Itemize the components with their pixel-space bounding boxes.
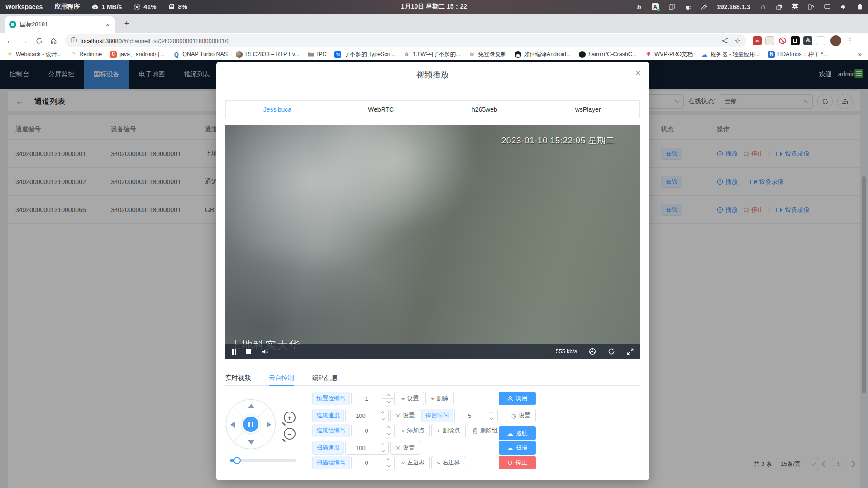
screen-rotate-icon[interactable] <box>807 3 815 10</box>
forward-button[interactable]: → <box>18 34 31 47</box>
screenshot-extension-icon[interactable] <box>791 36 800 45</box>
increase-icon[interactable] <box>382 424 394 431</box>
preset-delete-button[interactable]: ⌖删除 <box>425 392 453 405</box>
fullscreen-icon[interactable] <box>627 348 634 355</box>
ptz-stop-button[interactable]: 停止 <box>499 456 536 469</box>
bookmarks-overflow-icon[interactable]: » <box>858 51 862 58</box>
browser-tab[interactable]: 国标28181 × <box>5 16 115 33</box>
call-preset-button[interactable]: 调用 <box>499 392 536 405</box>
applications-menu[interactable]: 应用程序 <box>54 3 80 11</box>
preset-value-field[interactable] <box>352 392 382 405</box>
decrease-icon[interactable] <box>376 448 388 455</box>
scan-speed-set-button[interactable]: ✳设置 <box>390 441 420 455</box>
left-boundary-button[interactable]: «左边界 <box>396 456 430 469</box>
pause-icon[interactable] <box>232 349 236 355</box>
puzzle-extension-icon[interactable] <box>803 36 812 45</box>
reload-button[interactable] <box>33 34 45 47</box>
cruise-group-field[interactable] <box>352 424 382 437</box>
scan-speed-field[interactable] <box>346 441 376 454</box>
profile-avatar[interactable] <box>830 35 841 46</box>
wallet-extension-icon[interactable] <box>765 36 774 45</box>
ip-address-indicator[interactable]: 192.168.1.3 <box>717 3 750 10</box>
bookmark-star-icon[interactable]: ☆ <box>734 37 741 45</box>
js-extension-icon[interactable]: JS <box>753 36 762 45</box>
java-tray-icon[interactable] <box>684 3 692 10</box>
tab-close-icon[interactable]: × <box>105 20 110 29</box>
tab-ptz-control[interactable]: 云台控制 <box>269 371 294 385</box>
share-icon[interactable] <box>722 38 728 44</box>
bookmark-server[interactable]: ☁服务器 - 轻量应用... <box>701 51 760 58</box>
arrow-right-icon[interactable] <box>267 422 271 428</box>
bookmark-csdn[interactable]: Cjava、android可... <box>110 51 165 58</box>
video-player[interactable]: 2023-01-10 15:22:05 星期二 上地科实大华 555 kb/s <box>225 125 640 359</box>
slider-handle[interactable] <box>234 457 241 464</box>
stay-time-set-button[interactable]: ◷设置 <box>506 409 536 422</box>
arrow-left-icon[interactable] <box>230 422 235 428</box>
delete-group-button[interactable]: 删除组 <box>467 424 503 437</box>
cruise-speed-set-button[interactable]: ✳设置 <box>390 409 420 422</box>
zoom-in-button[interactable]: + <box>284 412 296 423</box>
adblock-extension-icon[interactable] <box>778 36 787 45</box>
language-indicator[interactable]: 英 <box>792 3 798 11</box>
arrow-down-icon[interactable] <box>248 440 254 445</box>
windows-tray-icon[interactable] <box>776 3 783 10</box>
bookmark-qnap[interactable]: QQNAP Turbo NAS <box>173 51 228 58</box>
tab-encoding-info[interactable]: 编码信息 <box>312 371 338 385</box>
bookmark-folder-ipc[interactable]: IPC <box>308 51 327 58</box>
close-icon[interactable]: × <box>635 68 641 77</box>
volume-muted-icon[interactable] <box>262 349 269 355</box>
bookmark-webstack[interactable]: ❖Webstack - 设计... <box>6 51 62 58</box>
stop-icon[interactable] <box>246 349 251 354</box>
bookmark-wvp-docs[interactable]: ΨWVP-PRO文档 <box>645 51 693 58</box>
bing-tray-icon[interactable]: b <box>635 3 643 10</box>
stay-time-field[interactable] <box>455 409 485 422</box>
increase-icon[interactable] <box>376 441 388 448</box>
notes-extension-icon[interactable] <box>816 36 825 45</box>
back-button[interactable]: ← <box>4 34 16 47</box>
bookmark-hdatmos[interactable]: NHDAtmos :: 种子 *... <box>768 51 828 58</box>
preset-set-button[interactable]: ⌖设置 <box>396 392 424 405</box>
decrease-icon[interactable] <box>376 416 388 422</box>
bookmark-rfc2833[interactable]: ●RFC2833 – RTP Ev... <box>236 51 300 58</box>
clipboard-tray-icon[interactable] <box>668 3 675 10</box>
speed-slider[interactable] <box>230 459 296 462</box>
tab-webrtc[interactable]: WebRTC <box>329 101 433 118</box>
tab-live-video[interactable]: 实时视频 <box>225 371 251 385</box>
site-info-icon[interactable]: ⓘ <box>71 37 77 45</box>
increase-icon[interactable] <box>485 409 497 416</box>
scan-group-field[interactable] <box>352 456 382 469</box>
tab-jessibuca[interactable]: Jessibuca <box>226 101 329 118</box>
cruise-speed-field[interactable] <box>346 409 376 422</box>
workspaces-button[interactable]: Workspaces <box>5 3 43 10</box>
ptz-center-stop-button[interactable] <box>242 415 260 433</box>
decrease-icon[interactable] <box>485 416 497 422</box>
refresh-icon[interactable] <box>608 348 615 355</box>
arrow-up-icon[interactable] <box>248 404 254 408</box>
snapshot-icon[interactable] <box>589 348 596 355</box>
zoom-out-button[interactable]: − <box>284 428 296 440</box>
address-bar[interactable]: ⓘ localhost:38080/#/channelList/34020000… <box>65 34 746 47</box>
delete-point-button[interactable]: ⌖删除点 <box>431 424 465 437</box>
browser-home-button[interactable] <box>47 34 60 47</box>
new-tab-button[interactable]: + <box>121 18 132 29</box>
bookmark-copy-free[interactable]: ◍免登录复制 <box>468 51 506 58</box>
decrease-icon[interactable] <box>382 431 394 437</box>
input-method-icon[interactable]: A <box>652 3 659 10</box>
decrease-icon[interactable] <box>382 398 394 405</box>
increase-icon[interactable] <box>382 392 394 398</box>
decrease-icon[interactable] <box>382 463 394 469</box>
display-tray-icon[interactable] <box>824 3 831 10</box>
scan-button[interactable]: ☁扫描 <box>499 441 536 455</box>
increase-icon[interactable] <box>376 409 388 416</box>
bookmark-zhihu[interactable]: 知了不起的 TypeScri... <box>334 51 395 58</box>
add-point-button[interactable]: ⌖添加点 <box>396 424 430 437</box>
bookmark-android-compile[interactable]: 如何编译Android... <box>515 51 571 58</box>
tab-h265web[interactable]: h265web <box>433 101 537 118</box>
browser-menu-icon[interactable]: ⋮ <box>847 37 854 45</box>
increase-icon[interactable] <box>382 456 394 463</box>
volume-icon[interactable] <box>840 3 847 10</box>
right-boundary-button[interactable]: »右边界 <box>431 456 465 469</box>
color-picker-tray-icon[interactable] <box>701 3 708 10</box>
bookmark-article1[interactable]: ◍1.8W字|了不起的... <box>403 51 460 58</box>
tab-wsplayer[interactable]: wsPlayer <box>536 101 639 118</box>
